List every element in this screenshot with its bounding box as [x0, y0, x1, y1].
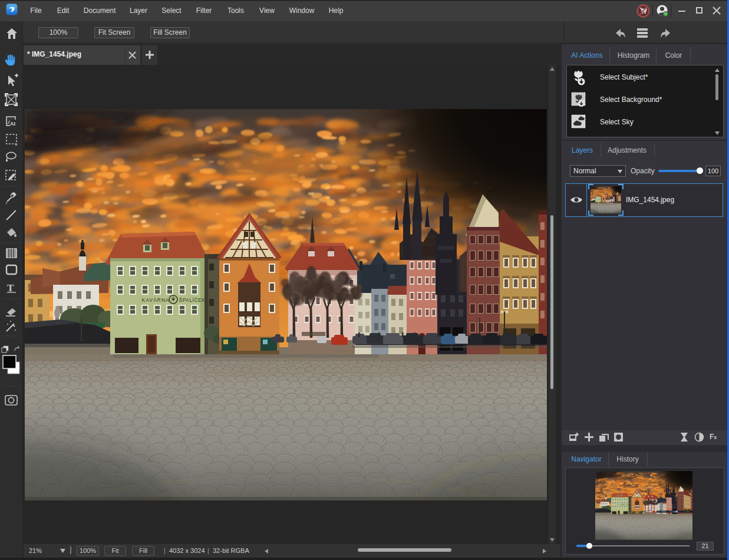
svg-text:AI: AI [10, 121, 15, 127]
svg-text:T: T [7, 282, 14, 294]
